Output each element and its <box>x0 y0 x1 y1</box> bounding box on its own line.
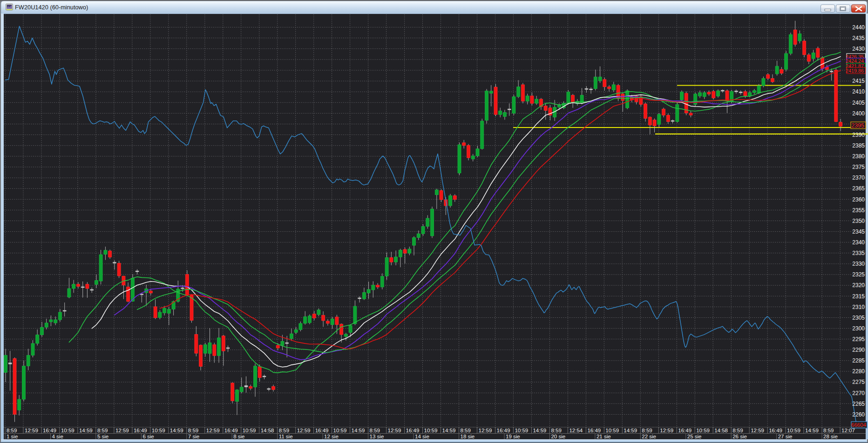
svg-text:4 sie: 4 sie <box>52 434 63 439</box>
svg-text:19 sie: 19 sie <box>506 434 520 439</box>
svg-text:14:59: 14:59 <box>805 428 819 433</box>
svg-text:10:59: 10:59 <box>605 428 619 433</box>
svg-text:2325: 2325 <box>852 271 865 278</box>
svg-text:2300: 2300 <box>852 325 865 332</box>
svg-text:2370: 2370 <box>852 175 865 181</box>
svg-text:16:49: 16:49 <box>224 428 238 433</box>
svg-text:66604: 66604 <box>851 422 867 428</box>
svg-text:2285: 2285 <box>852 357 865 364</box>
svg-text:8:59: 8:59 <box>461 428 471 433</box>
svg-text:2280: 2280 <box>852 368 865 375</box>
svg-text:FW20U1420 (60-minutowo): FW20U1420 (60-minutowo) <box>15 4 88 11</box>
svg-text:6 sie: 6 sie <box>142 434 154 439</box>
svg-text:8:59: 8:59 <box>279 428 289 433</box>
svg-text:2305: 2305 <box>852 315 865 321</box>
svg-text:10:59: 10:59 <box>787 428 800 433</box>
svg-text:14:58: 14:58 <box>261 428 274 433</box>
svg-text:26 sie: 26 sie <box>732 434 747 439</box>
svg-text:28 sie: 28 sie <box>823 434 838 439</box>
svg-text:13 sie: 13 sie <box>370 434 384 439</box>
svg-text:7 sie: 7 sie <box>188 434 199 439</box>
svg-text:2365: 2365 <box>852 185 865 192</box>
svg-text:16:49: 16:49 <box>497 428 510 433</box>
svg-text:5 sie: 5 sie <box>97 434 108 439</box>
svg-text:12:59: 12:59 <box>388 428 401 433</box>
svg-text:8 sie: 8 sie <box>233 434 244 439</box>
svg-text:12:59: 12:59 <box>115 428 129 433</box>
svg-text:16:49: 16:49 <box>769 428 782 433</box>
svg-text:12:59: 12:59 <box>751 428 764 433</box>
svg-text:12:59: 12:59 <box>660 428 673 433</box>
svg-text:8:59: 8:59 <box>732 428 743 433</box>
svg-text:2430: 2430 <box>852 46 865 52</box>
svg-text:2410: 2410 <box>852 88 865 95</box>
svg-text:2315: 2315 <box>852 293 865 300</box>
svg-text:27 sie: 27 sie <box>778 434 793 439</box>
svg-text:8:59: 8:59 <box>188 428 198 433</box>
svg-text:10:59: 10:59 <box>152 428 165 433</box>
svg-text:16:49: 16:49 <box>43 428 56 433</box>
svg-text:2260: 2260 <box>852 411 865 418</box>
svg-text:2395: 2395 <box>851 122 864 129</box>
svg-text:2270: 2270 <box>852 390 865 396</box>
svg-text:12:59: 12:59 <box>479 428 492 433</box>
svg-text:2290: 2290 <box>852 347 865 353</box>
svg-text:2440: 2440 <box>852 24 865 31</box>
svg-text:25 sie: 25 sie <box>687 434 702 439</box>
svg-text:2360: 2360 <box>852 196 865 203</box>
svg-text:16:49: 16:49 <box>315 428 329 433</box>
svg-text:14:58: 14:58 <box>714 428 728 433</box>
svg-text:8:59: 8:59 <box>551 428 561 433</box>
svg-text:2375: 2375 <box>852 164 865 170</box>
svg-text:2380: 2380 <box>852 153 865 160</box>
svg-text:2340: 2340 <box>852 239 865 246</box>
svg-text:14:59: 14:59 <box>352 428 365 433</box>
svg-text:2415: 2415 <box>852 78 865 84</box>
svg-text:2435: 2435 <box>852 35 865 41</box>
svg-text:2265: 2265 <box>852 401 865 407</box>
svg-text:12:59: 12:59 <box>25 428 38 433</box>
svg-text:10:59: 10:59 <box>696 428 710 433</box>
svg-text:1 sie: 1 sie <box>7 434 18 439</box>
svg-text:10:59: 10:59 <box>424 428 438 433</box>
svg-text:14:59: 14:59 <box>533 428 546 433</box>
svg-text:2345: 2345 <box>852 228 865 235</box>
svg-text:12:07: 12:07 <box>841 428 855 433</box>
svg-text:22 sie: 22 sie <box>642 434 656 439</box>
svg-text:2390: 2390 <box>852 132 865 138</box>
svg-text:2320: 2320 <box>852 282 865 289</box>
svg-text:14:59: 14:59 <box>442 428 456 433</box>
svg-text:2419.86: 2419.86 <box>846 68 864 74</box>
svg-text:12 sie: 12 sie <box>324 434 339 439</box>
svg-text:14:59: 14:59 <box>624 428 637 433</box>
svg-text:16:49: 16:49 <box>587 428 601 433</box>
svg-text:2350: 2350 <box>852 218 865 224</box>
svg-text:2295: 2295 <box>852 336 865 342</box>
svg-text:16:49: 16:49 <box>406 428 420 433</box>
svg-text:2310: 2310 <box>852 304 865 310</box>
svg-text:2335: 2335 <box>852 250 865 256</box>
svg-text:8:59: 8:59 <box>642 428 652 433</box>
svg-text:2275: 2275 <box>852 379 865 385</box>
svg-text:12:59: 12:59 <box>297 428 311 433</box>
svg-text:18 sie: 18 sie <box>461 434 475 439</box>
svg-text:2355: 2355 <box>852 207 865 214</box>
svg-text:16:49: 16:49 <box>134 428 147 433</box>
svg-text:14 sie: 14 sie <box>415 434 429 439</box>
svg-text:8:59: 8:59 <box>7 428 17 433</box>
svg-text:10:59: 10:59 <box>243 428 256 433</box>
svg-text:2330: 2330 <box>852 261 865 267</box>
svg-text:8:59: 8:59 <box>370 428 380 433</box>
svg-text:10:59: 10:59 <box>61 428 75 433</box>
svg-text:12:54: 12:54 <box>569 428 583 433</box>
svg-text:11 sie: 11 sie <box>279 434 293 439</box>
svg-text:20 sie: 20 sie <box>551 434 565 439</box>
svg-text:2385: 2385 <box>852 142 865 149</box>
svg-text:2400: 2400 <box>852 110 865 117</box>
svg-text:14:59: 14:59 <box>170 428 183 433</box>
svg-text:8:59: 8:59 <box>97 428 108 433</box>
svg-text:21 sie: 21 sie <box>597 434 611 439</box>
svg-text:10:59: 10:59 <box>333 428 347 433</box>
svg-text:16:49: 16:49 <box>678 428 692 433</box>
svg-text:8:59: 8:59 <box>823 428 834 433</box>
